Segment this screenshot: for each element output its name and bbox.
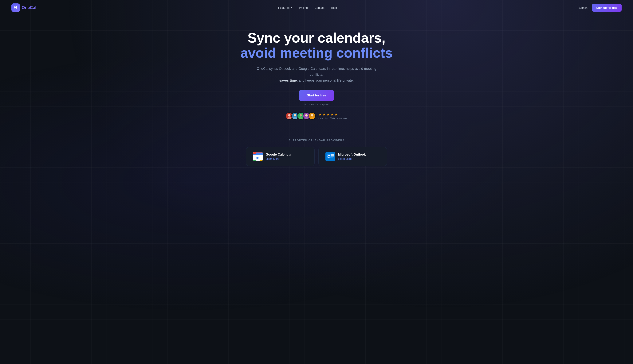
outlook-card[interactable]: Microsoft Outlook Learn More → [319,147,387,166]
nav-blog[interactable]: Blog [331,6,337,9]
svg-point-4 [294,114,296,116]
outlook-link[interactable]: Learn More → [338,157,366,160]
svg-point-2 [287,117,291,120]
signup-button[interactable]: Sign up for free [592,4,621,12]
nav-contact[interactable]: Contact [314,6,325,9]
stars-row: ★ ★ ★ ★ ★ [319,112,347,116]
hero-subtitle: OneCal syncs Outlook and Google Calendar… [252,66,381,83]
hero-section: Sync your calendars, avoid meeting confl… [231,15,402,128]
svg-point-10 [305,114,308,116]
start-button[interactable]: Start for free [299,90,334,101]
google-calendar-name: Google Calendar [266,153,291,156]
svg-rect-31 [331,157,333,158]
svg-point-8 [299,117,302,120]
svg-rect-30 [331,156,334,156]
nav-links: Features Pricing Contact Blog [278,6,337,9]
star-5: ★ [335,112,338,116]
svg-rect-23 [260,160,263,161]
svg-point-1 [288,114,291,116]
star-3: ★ [327,112,330,116]
svg-rect-17 [253,152,263,152]
google-calendar-link[interactable]: Learn More → [266,157,291,160]
star-1: ★ [319,112,322,116]
nav-features[interactable]: Features [278,6,292,9]
rating-block: ★ ★ ★ ★ ★ loved by 1000+ customers [319,112,347,120]
svg-point-7 [299,114,302,116]
star-4: ★ [331,112,334,116]
logo[interactable]: 01 OneCal [12,4,36,12]
logo-icon: 01 [12,4,20,12]
svg-point-11 [304,117,308,120]
svg-rect-29 [331,154,334,156]
nav-actions: Sign in Sign up for free [579,4,621,12]
avatar [308,112,316,120]
signin-button[interactable]: Sign in [579,6,587,9]
svg-point-14 [310,117,314,120]
outlook-info: Microsoft Outlook Learn More → [338,153,366,160]
rating-text: loved by 1000+ customers [319,117,347,120]
svg-point-28 [328,156,330,157]
hero-title: Sync your calendars, avoid meeting confl… [235,30,398,60]
providers-cards: 31 Google Calendar Learn More → [246,147,387,166]
navbar: 01 OneCal Features Pricing Contact Blog … [0,0,633,15]
social-proof: ★ ★ ★ ★ ★ loved by 1000+ customers [235,112,398,120]
nav-pricing[interactable]: Pricing [299,6,308,9]
svg-point-13 [311,114,313,116]
google-calendar-card[interactable]: 31 Google Calendar Learn More → [246,147,314,166]
outlook-icon [326,152,335,161]
avatars-group [286,112,316,120]
svg-text:31: 31 [256,156,260,160]
google-calendar-info: Google Calendar Learn More → [266,153,291,160]
outlook-name: Microsoft Outlook [338,153,366,156]
cta-container: Start for free No credit card required [235,83,398,106]
chevron-down-icon [291,8,292,8]
svg-point-5 [293,117,297,120]
no-credit-text: No credit card required [235,103,398,106]
svg-rect-22 [253,160,256,161]
hero-title-line2: avoid meeting conflicts [235,46,398,60]
hero-title-line1: Sync your calendars, [235,30,398,46]
providers-label: SUPPORTED CALENDAR PROVIDERS [4,139,629,142]
svg-rect-24 [253,152,256,154]
providers-section: SUPPORTED CALENDAR PROVIDERS 31 [0,128,633,174]
logo-text: OneCal [22,5,36,10]
google-calendar-icon: 31 [253,152,263,161]
star-2: ★ [323,112,326,116]
